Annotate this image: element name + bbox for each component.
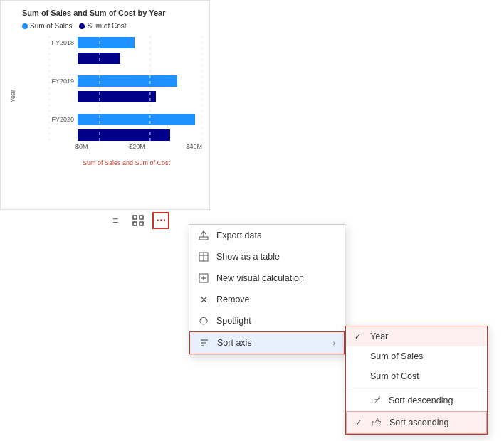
y-axis-label: Year [9, 90, 16, 102]
svg-text:↓: ↓ [370, 396, 374, 405]
submenu-item-sum-cost[interactable]: ✓ Sum of Cost [346, 366, 487, 386]
svg-rect-6 [133, 222, 137, 225]
chart-title: Sum of Sales and Sum of Cost by Year [22, 8, 202, 18]
menu-item-sort-axis[interactable]: Sort axis › [189, 331, 345, 354]
menu-label-export: Export data [216, 230, 262, 240]
chart-body: Year FY2018 [22, 36, 202, 156]
bar-label-2018: FY2018 [49, 39, 74, 46]
menu-label-spotlight: Spotlight [216, 316, 251, 326]
submenu-label-sort-desc: Sort descending [389, 395, 453, 405]
bar-group-2019: FY2019 [49, 74, 202, 104]
bar-row-2019-sales: FY2019 [49, 74, 202, 88]
submenu-item-sum-sales[interactable]: ✓ Sum of Sales [346, 346, 487, 366]
submenu-item-sort-desc[interactable]: ✓ ↓ZA Sort descending [346, 390, 487, 411]
menu-label-calculation: New visual calculation [216, 273, 304, 283]
submenu-item-sort-asc[interactable]: ✓ ↑AZ Sort ascending [346, 411, 487, 434]
chevron-right-icon: › [333, 339, 335, 347]
svg-rect-8 [199, 237, 208, 240]
submenu-label-sum-cost: Sum of Cost [370, 371, 419, 381]
bar-2019-sales [78, 75, 177, 87]
check-year: ✓ [355, 332, 364, 341]
bar-row-2018-sales: FY2018 [49, 36, 202, 50]
remove-icon: ✕ [198, 294, 209, 305]
legend-label-sales: Sum of Sales [30, 22, 72, 30]
bar-row-2020-sales: FY2020 [49, 112, 202, 127]
legend-dot-sales [22, 23, 28, 29]
x-axis-labels: $0M $20M $40M [75, 143, 202, 150]
submenu-divider [346, 388, 487, 388]
submenu-item-year[interactable]: ✓ Year [346, 326, 487, 346]
legend-item-sales: Sum of Sales [22, 22, 72, 30]
chart-toolbar: ≡ ⋯ [107, 212, 169, 229]
svg-text:A: A [377, 395, 380, 402]
export-icon [198, 230, 209, 241]
x-label-0: $0M [75, 143, 88, 150]
menu-label-sort-axis: Sort axis [217, 338, 252, 348]
chart-legend: Sum of Sales Sum of Cost [22, 22, 202, 30]
bar-2019-cost [78, 91, 156, 102]
bar-2020-cost [78, 129, 170, 141]
menu-label-remove: Remove [216, 294, 250, 304]
submenu-label-sort-asc: Sort ascending [389, 418, 448, 427]
submenu-label-sum-sales: Sum of Sales [370, 351, 423, 361]
submenu: ✓ Year ✓ Sum of Sales ✓ Sum of Cost ✓ ↓Z… [345, 326, 488, 435]
legend-dot-cost [79, 23, 85, 29]
x-axis-title: Sum of Sales and Sum of Cost [51, 159, 202, 166]
sort-axis-icon [199, 337, 210, 349]
more-options-icon[interactable]: ⋯ [152, 212, 169, 229]
bars-container: FY2018 FY2019 [49, 36, 202, 141]
menu-item-spotlight[interactable]: Spotlight [189, 310, 345, 331]
focus-icon[interactable] [130, 212, 147, 229]
check-sort-asc: ✓ [355, 418, 365, 427]
submenu-label-year: Year [370, 331, 388, 341]
svg-rect-5 [140, 216, 143, 219]
bar-2018-sales [78, 37, 135, 48]
bar-row-2019-cost [49, 90, 202, 104]
table-icon [198, 251, 209, 262]
sort-desc-icon: ↓ZA [370, 395, 380, 406]
bar-2018-cost [78, 53, 120, 64]
menu-item-table[interactable]: Show as a table [189, 246, 345, 267]
menu-item-remove[interactable]: ✕ Remove [189, 289, 345, 310]
bar-group-2018: FY2018 [49, 36, 202, 65]
chart-container: Sum of Sales and Sum of Cost by Year Sum… [0, 0, 210, 210]
context-menu: Export data Show as a table New visual c… [189, 224, 345, 355]
sort-asc-icon: ↑AZ [371, 417, 381, 428]
svg-rect-4 [133, 216, 137, 219]
menu-label-table: Show as a table [216, 252, 280, 262]
bar-row-2020-cost [49, 128, 202, 142]
legend-label-cost: Sum of Cost [87, 22, 126, 30]
spotlight-icon [198, 315, 209, 326]
svg-text:Z: Z [378, 420, 381, 427]
x-label-1: $20M [129, 143, 145, 150]
filter-icon[interactable]: ≡ [107, 212, 124, 229]
svg-point-16 [200, 317, 207, 324]
x-label-2: $40M [186, 143, 202, 150]
bar-label-2019: FY2019 [49, 78, 74, 85]
menu-item-calculation[interactable]: New visual calculation [189, 267, 345, 289]
bar-2020-sales [78, 114, 195, 125]
bar-group-2020: FY2020 [49, 112, 202, 142]
legend-item-cost: Sum of Cost [79, 22, 126, 30]
focus-mode-icon [132, 215, 144, 226]
bar-label-2020: FY2020 [49, 116, 74, 123]
calculation-icon [198, 272, 209, 284]
svg-text:↑: ↑ [371, 418, 375, 427]
bar-row-2018-cost [49, 51, 202, 65]
menu-item-export[interactable]: Export data [189, 225, 345, 246]
svg-rect-7 [140, 222, 143, 225]
